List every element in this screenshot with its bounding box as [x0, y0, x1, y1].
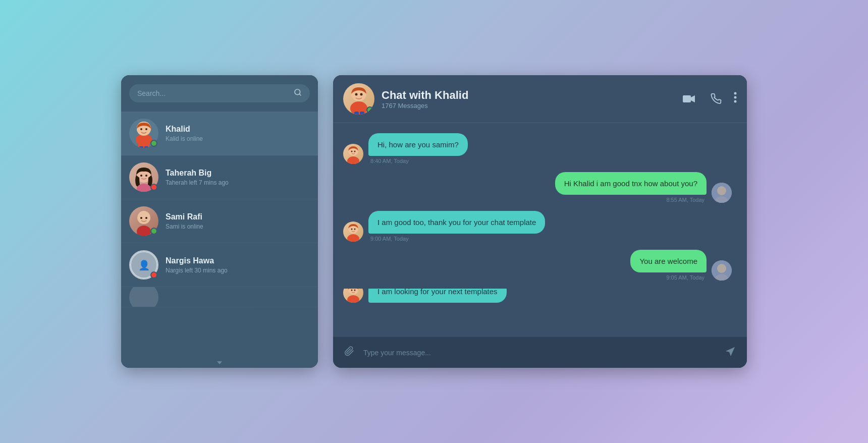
contact-item-sami[interactable]: Sami Rafi Sami is online	[121, 199, 318, 243]
svg-point-34	[354, 151, 356, 152]
more-icon	[734, 92, 737, 103]
khalid-contact-info: Khalid Kalid is online	[166, 125, 310, 142]
svg-point-42	[347, 234, 359, 242]
message-input[interactable]	[363, 349, 716, 357]
svg-point-23	[355, 93, 358, 96]
message-bubble-m1: Hi, how are you samim?	[368, 133, 468, 156]
khalid-avatar-wrapper	[129, 119, 158, 148]
msg-khalid-avatar-1	[343, 144, 363, 164]
msg-content-m5: I am looking for your next templates	[368, 289, 507, 303]
svg-rect-9	[144, 146, 148, 148]
khalid-name: Khalid	[166, 125, 310, 134]
msg-khalid-avatar-3	[343, 289, 363, 303]
taherah-avatar-wrapper	[129, 162, 158, 192]
messages-scroll-container[interactable]: Hi, how are you samim? 8:40 AM, Today Hi…	[333, 123, 747, 337]
chat-header-status-dot	[366, 106, 373, 114]
msg-avatar-khalid-3	[343, 289, 363, 303]
search-button[interactable]	[294, 88, 302, 98]
message-bubble-m4: You are welcome	[630, 250, 707, 272]
msg-content-m4: You are welcome 9:05 AM, Today	[630, 250, 707, 281]
partial-avatar	[129, 287, 158, 307]
message-time-m2: 8:55 AM, Today	[664, 197, 707, 203]
phone-call-button[interactable]	[708, 90, 725, 107]
attach-icon	[344, 346, 354, 356]
send-icon	[725, 346, 736, 356]
msg-content-m3: I am good too, thank you for your chat t…	[368, 211, 545, 242]
svg-rect-27	[360, 112, 364, 115]
message-input-area	[333, 337, 747, 368]
svg-point-48	[354, 290, 356, 291]
sami-status-dot	[150, 228, 157, 235]
msg-content-m1: Hi, how are you samim? 8:40 AM, Today	[368, 133, 468, 164]
attach-button[interactable]	[341, 343, 357, 362]
send-button[interactable]	[722, 343, 739, 362]
svg-point-24	[360, 93, 363, 96]
right-panel: Chat with Khalid 1767 Messages	[333, 75, 747, 368]
chat-header: Chat with Khalid 1767 Messages	[333, 75, 747, 123]
msg-my-avatar-2	[712, 260, 732, 281]
chat-header-avatar	[343, 83, 374, 115]
message-row-m3: I am good too, thank you for your chat t…	[343, 211, 732, 242]
contact-item-nargis[interactable]: 👤 Nargis Hawa Nargis left 30 mins ago	[121, 243, 318, 287]
sami-status: Sami is online	[166, 223, 310, 230]
svg-point-31	[734, 100, 737, 103]
taherah-status: Taherah left 7 mins ago	[166, 179, 310, 186]
chat-header-info: Chat with Khalid 1767 Messages	[382, 89, 679, 109]
chat-header-actions	[679, 90, 737, 107]
contact-item-partial[interactable]	[121, 287, 318, 307]
svg-point-44	[717, 264, 726, 273]
video-call-button[interactable]	[679, 91, 698, 107]
svg-point-29	[734, 92, 737, 95]
video-call-icon	[682, 94, 695, 104]
message-row-m4: You are welcome 9:05 AM, Today	[343, 250, 732, 281]
msg-content-m2: Hi Khalid i am good tnx how about you? 8…	[555, 172, 707, 203]
taherah-contact-info: Taherah Big Taherah left 7 mins ago	[166, 169, 310, 186]
svg-point-16	[140, 217, 142, 219]
chat-message-count: 1767 Messages	[382, 102, 679, 109]
svg-point-37	[717, 186, 726, 195]
msg-avatar-me-2	[712, 260, 732, 281]
search-bar	[121, 75, 318, 112]
search-icon	[294, 88, 302, 96]
svg-point-6	[145, 128, 147, 130]
nargis-contact-info: Nargis Hawa Nargis left 30 mins ago	[166, 256, 310, 274]
msg-khalid-avatar-2	[343, 222, 363, 242]
scroll-down-indicator	[121, 358, 318, 368]
svg-point-49	[347, 295, 359, 303]
msg-avatar-me-1	[712, 183, 732, 203]
chat-body: Hi, how are you samim? 8:40 AM, Today Hi…	[333, 123, 747, 337]
nargis-status: Nargis left 30 mins ago	[166, 267, 310, 274]
more-options-button[interactable]	[734, 92, 737, 106]
sami-name: Sami Rafi	[166, 212, 310, 222]
svg-rect-28	[683, 95, 691, 102]
contact-item-taherah[interactable]: Taherah Big Taherah left 7 mins ago	[121, 155, 318, 199]
svg-point-25	[350, 101, 367, 115]
msg-my-avatar-1	[712, 183, 732, 203]
phone-icon	[711, 93, 722, 104]
sami-avatar-wrapper	[129, 206, 158, 236]
sami-contact-info: Sami Rafi Sami is online	[166, 212, 310, 230]
taherah-status-dot	[150, 184, 157, 191]
svg-point-47	[351, 290, 353, 291]
chat-title: Chat with Khalid	[382, 89, 679, 102]
search-wrapper	[129, 84, 310, 102]
msg-avatar-khalid-2	[343, 222, 363, 242]
contact-item-khalid[interactable]: Khalid Kalid is online	[121, 112, 318, 155]
contacts-list: Khalid Kalid is online	[121, 112, 318, 358]
message-row-m1: Hi, how are you samim? 8:40 AM, Today	[343, 133, 732, 164]
message-time-m3: 9:00 AM, Today	[368, 236, 411, 242]
svg-point-17	[145, 217, 147, 219]
svg-point-30	[734, 96, 737, 99]
nargis-avatar-wrapper: 👤	[129, 250, 158, 280]
svg-line-1	[299, 94, 301, 95]
message-bubble-m2: Hi Khalid i am good tnx how about you?	[555, 172, 707, 195]
message-time-m4: 9:05 AM, Today	[664, 274, 707, 281]
svg-point-41	[354, 229, 356, 230]
nargis-name: Nargis Hawa	[166, 256, 310, 265]
search-input[interactable]	[137, 89, 294, 97]
message-bubble-m5: I am looking for your next templates	[368, 289, 507, 303]
svg-point-35	[347, 156, 359, 164]
message-row-m2: Hi Khalid i am good tnx how about you? 8…	[343, 172, 732, 203]
message-time-m1: 8:40 AM, Today	[368, 158, 411, 164]
svg-text:👤: 👤	[138, 259, 150, 271]
